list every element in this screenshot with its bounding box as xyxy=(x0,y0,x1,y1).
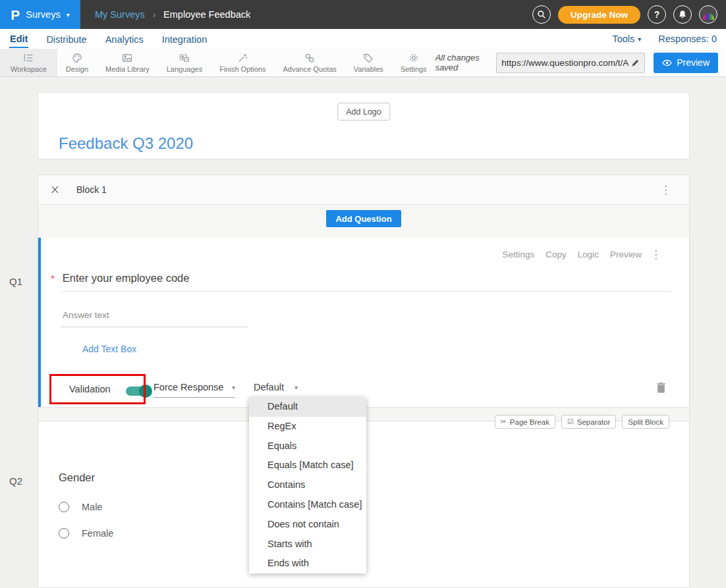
toolbar-item-languages[interactable]: A Languages xyxy=(158,49,211,76)
block-header: Block 1 ⋮ xyxy=(38,175,689,205)
save-status-text: All changes saved xyxy=(435,53,488,72)
validation-toggle[interactable] xyxy=(126,387,151,396)
survey-header-card: Add Logo Feedback Q3 2020 xyxy=(38,92,690,159)
tab-integration[interactable]: Integration xyxy=(161,31,208,47)
search-button[interactable] xyxy=(532,5,551,24)
chain-icon xyxy=(304,52,316,64)
question-actions: Settings Copy Logic Preview xyxy=(502,250,642,259)
top-navigation-bar: P Surveys ▾ My Surveys › Employee Feedba… xyxy=(0,0,726,29)
answer-text-placeholder[interactable]: Answer text xyxy=(63,310,109,320)
tab-distribute[interactable]: Distribute xyxy=(45,31,87,47)
question-preview-link[interactable]: Preview xyxy=(610,250,642,259)
toolbar-item-variables[interactable]: Variables xyxy=(345,49,392,76)
svg-text:A: A xyxy=(186,57,188,61)
notifications-button[interactable] xyxy=(673,5,692,24)
scissors-icon: ✂ xyxy=(501,417,507,426)
menu-item-ends-with[interactable]: Ends with xyxy=(249,554,366,574)
radio-button-icon[interactable] xyxy=(59,502,69,512)
menu-item-equals-match-case[interactable]: Equals [Match case] xyxy=(249,456,366,475)
question-title-underline xyxy=(61,291,671,292)
menu-item-default[interactable]: Default xyxy=(249,397,366,417)
menu-item-contains-match-case[interactable]: Contains [Match case] xyxy=(249,495,366,515)
chevron-down-icon: ▾ xyxy=(232,384,235,391)
menu-item-regex[interactable]: RegEx xyxy=(249,417,366,437)
radio-option-male[interactable]: Male xyxy=(59,502,102,512)
toolbar-label: Workspace xyxy=(11,65,47,73)
translate-icon: A xyxy=(179,52,190,64)
radio-option-label: Female xyxy=(82,528,113,539)
checkbox-checked-icon: ☑ xyxy=(567,417,574,426)
toolbar-right-group: All changes saved https://www.questionpr… xyxy=(435,49,726,76)
separator-label: Separator xyxy=(577,418,611,426)
toolbar-label: Media Library xyxy=(105,65,150,73)
answer-input-line[interactable] xyxy=(61,327,248,327)
toolbar-item-media-library[interactable]: Media Library xyxy=(97,49,158,76)
toolbar-item-advance-quotas[interactable]: Advance Quotas xyxy=(274,49,345,76)
breadcrumb-my-surveys[interactable]: My Surveys xyxy=(95,9,145,20)
add-question-button[interactable]: Add Question xyxy=(326,210,401,227)
user-avatar[interactable] xyxy=(699,5,717,24)
add-logo-button[interactable]: Add Logo xyxy=(337,103,390,120)
tab-edit[interactable]: Edit xyxy=(9,30,28,48)
question-title-row[interactable]: *Enter your employee code xyxy=(51,272,189,284)
palette-icon xyxy=(71,52,83,64)
trash-icon xyxy=(656,382,666,393)
chevron-down-icon: ▾ xyxy=(638,36,641,43)
page-break-button[interactable]: ✂ Page Break xyxy=(495,415,555,429)
validation-type-dropdown[interactable]: Default ▾ xyxy=(254,382,298,398)
menu-item-starts-with[interactable]: Starts with xyxy=(249,535,366,554)
question-index-q2: Q2 xyxy=(9,475,22,487)
validation-type-value: Default xyxy=(254,382,284,392)
separator-button[interactable]: ☑ Separator xyxy=(561,415,616,429)
survey-title[interactable]: Feedback Q3 2020 xyxy=(59,134,193,153)
toolbar-item-workspace[interactable]: Workspace xyxy=(0,49,57,76)
question-copy-link[interactable]: Copy xyxy=(545,250,567,259)
split-block-label: Split Block xyxy=(628,418,663,426)
breadcrumb: My Surveys › Employee Feedback xyxy=(95,9,250,20)
surveys-app-menu[interactable]: P Surveys ▾ xyxy=(0,0,80,29)
help-button[interactable]: ? xyxy=(648,5,666,24)
survey-section-tabs: Edit Distribute Analytics Integration To… xyxy=(0,29,726,49)
radio-button-icon[interactable] xyxy=(59,528,69,539)
gear-icon xyxy=(408,52,420,64)
radio-option-label: Male xyxy=(82,502,102,512)
menu-item-equals[interactable]: Equals xyxy=(249,437,366,456)
tools-dropdown[interactable]: Tools▾ xyxy=(612,34,641,44)
preview-button[interactable]: Preview xyxy=(654,53,718,73)
breadcrumb-separator-icon: › xyxy=(153,10,155,20)
toolbar-label: Advance Quotas xyxy=(283,65,336,73)
chevron-down-icon: ▾ xyxy=(294,384,298,391)
question-logic-link[interactable]: Logic xyxy=(578,250,599,259)
tag-icon xyxy=(362,52,374,64)
block-kebab-menu-icon[interactable]: ⋮ xyxy=(660,184,671,196)
toolbar-item-settings[interactable]: Settings xyxy=(392,49,435,76)
survey-url-field[interactable]: https://www.questionpro.com/t/A xyxy=(496,53,645,73)
upgrade-now-button[interactable]: Upgrade Now xyxy=(558,6,640,24)
question-text[interactable]: Enter your employee code xyxy=(63,272,190,284)
force-response-dropdown[interactable]: Force Response ▾ xyxy=(154,382,235,398)
question-kebab-menu-icon[interactable]: ⋮ xyxy=(650,249,661,260)
toolbar-item-design[interactable]: Design xyxy=(57,49,97,76)
split-block-button[interactable]: Split Block xyxy=(622,415,669,429)
image-icon xyxy=(121,52,133,64)
add-text-box-link[interactable]: Add Text Box xyxy=(82,344,136,354)
radio-option-female[interactable]: Female xyxy=(59,528,113,539)
wand-icon xyxy=(237,52,248,64)
menu-item-does-not-contain[interactable]: Does not contain xyxy=(249,515,366,535)
breadcrumb-current-survey: Employee Feedback xyxy=(163,9,250,20)
validation-type-menu: Default RegEx Equals Equals [Match case]… xyxy=(249,397,366,574)
responses-count[interactable]: Responses: 0 xyxy=(658,34,717,44)
toolbar-label: Finish Options xyxy=(219,65,265,73)
search-icon xyxy=(537,10,546,19)
block-title[interactable]: Block 1 xyxy=(76,184,107,195)
collapse-block-icon[interactable] xyxy=(53,184,57,195)
toolbar-item-finish-options[interactable]: Finish Options xyxy=(211,49,274,76)
edit-toolbar: Workspace Design Media Library A Languag… xyxy=(0,49,726,77)
question-text[interactable]: Gender xyxy=(59,471,95,484)
delete-question-button[interactable] xyxy=(656,382,666,395)
menu-item-contains[interactable]: Contains xyxy=(249,475,366,495)
question-settings-link[interactable]: Settings xyxy=(502,250,534,259)
tabs-right-group: Tools▾ Responses: 0 xyxy=(612,34,726,44)
tab-analytics[interactable]: Analytics xyxy=(105,31,144,47)
pencil-icon[interactable] xyxy=(631,59,640,67)
